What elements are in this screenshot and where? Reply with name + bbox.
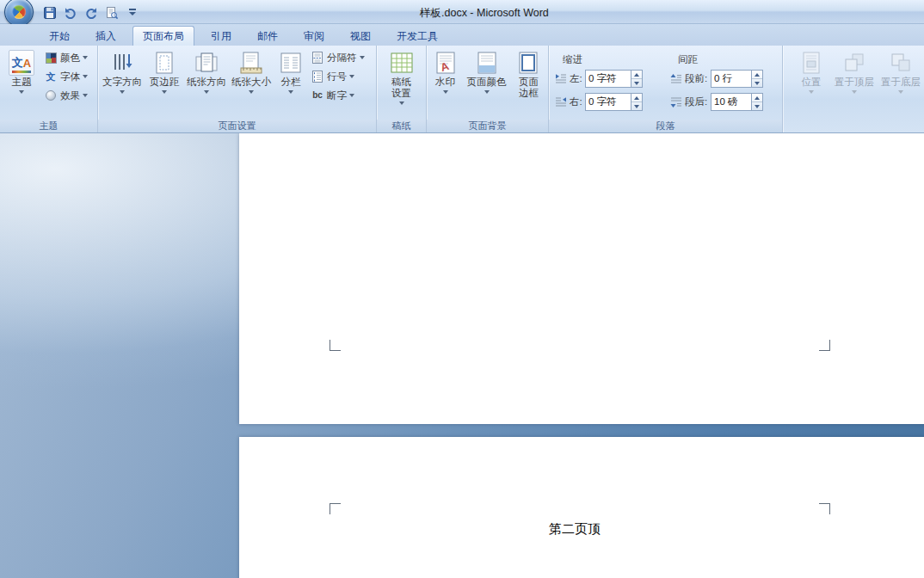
tab-mailings[interactable]: 邮件 [248,27,287,46]
spin-down-button[interactable] [752,102,762,110]
bring-to-front-icon [841,50,867,76]
page-color-button[interactable]: 页面颜色 [462,46,511,119]
page-1[interactable] [239,133,924,424]
tab-review[interactable]: 审阅 [294,27,334,46]
theme-colors-button[interactable]: 颜色 [41,48,93,67]
spin-up-button[interactable] [631,94,642,102]
themes-button[interactable]: 文A 主题 [2,46,41,119]
crop-mark-bottom-left [330,340,341,351]
theme-effects-button[interactable]: 效果 [41,86,93,105]
page-2[interactable]: 第二页顶 [239,437,924,578]
theme-fonts-button[interactable]: 文 字体 [41,67,93,86]
word-window: 样板.docx - Microsoft Word 开始 插入 页面布局 引用 邮… [0,0,924,578]
crop-mark-top-right [819,503,830,514]
spin-down-button[interactable] [631,102,642,110]
chevron-down-icon [443,90,448,94]
paper-size-button[interactable]: 纸张大小 [229,46,274,119]
bring-to-front-button: 置于顶层 [831,46,878,119]
grid-paper-settings-button[interactable]: 稿纸 设置 [379,46,424,119]
tab-page-layout[interactable]: 页面布局 [132,26,194,46]
chevron-down-icon [349,75,354,78]
undo-button[interactable] [62,4,78,21]
spacing-before-icon [669,72,683,86]
chevron-down-icon [288,90,293,94]
ribbon: 文A 主题 颜色 文 字体 [0,46,924,133]
chevron-down-icon [83,94,88,97]
chevron-down-icon [360,56,365,59]
spin-down-button[interactable] [752,79,762,87]
tab-insert[interactable]: 插入 [86,27,126,46]
tab-view[interactable]: 视图 [341,27,380,46]
tab-developer[interactable]: 开发工具 [387,27,447,46]
chevron-down-icon [162,90,167,94]
undo-icon [64,6,77,20]
line-numbers-button[interactable]: 行号 [308,67,373,86]
chevron-down-icon [809,90,814,94]
send-to-back-icon [888,50,914,76]
grid-paper-icon [389,50,415,76]
chevron-down-icon [19,90,24,94]
spacing-after-input[interactable] [711,93,752,111]
watermark-icon: A [433,50,459,76]
group-themes: 文A 主题 颜色 文 字体 [0,46,98,132]
spin-up-button[interactable] [752,71,762,79]
chevron-down-icon [249,90,254,94]
redo-button[interactable] [83,4,99,21]
spin-up-button[interactable] [752,94,762,102]
watermark-button[interactable]: A 水印 [428,46,462,119]
chevron-down-icon [399,101,404,105]
chevron-down-icon [852,90,857,94]
chevron-down-icon [898,90,903,94]
spacing-after-icon [669,95,683,109]
margins-button[interactable]: 页边距 [145,46,184,119]
chevron-down-icon [349,94,354,97]
page2-heading: 第二页顶 [330,521,820,538]
hyphenation-button[interactable]: bc 断字 [308,86,373,105]
orientation-button[interactable]: 纸张方向 [184,46,229,119]
columns-icon [278,50,304,76]
ribbon-tab-bar: 开始 插入 页面布局 引用 邮件 审阅 视图 开发工具 [0,24,924,46]
theme-colors-icon [44,51,58,65]
qat-customize-button[interactable] [124,4,140,21]
group-label-page-background: 页面背景 [427,120,548,132]
themes-icon: 文A [9,50,34,76]
save-button[interactable] [41,4,58,21]
indent-left-input[interactable] [585,70,631,88]
spin-down-button[interactable] [631,79,642,87]
text-direction-button[interactable]: 文字方向 [100,46,145,119]
breaks-button[interactable]: 分隔符 [308,48,373,67]
crop-mark-bottom-right [819,340,830,351]
chevron-down-icon [204,90,209,94]
page-borders-button[interactable]: 页面 边框 [511,46,546,119]
office-button[interactable] [4,0,34,27]
indent-right-spinner [631,93,643,111]
position-icon [798,50,824,76]
chevron-down-icon [129,9,136,16]
spin-up-button[interactable] [631,71,642,79]
page-borders-icon [515,50,541,76]
group-label-page-setup: 页面设置 [98,120,376,132]
hyphenation-icon: bc [311,89,324,102]
theme-fonts-icon: 文 [44,70,58,83]
indent-left-spinner [631,70,643,88]
crop-mark-top-left [330,503,341,514]
group-label-paragraph: 段落 [549,120,782,132]
text-direction-icon [109,50,135,76]
indent-right-input[interactable] [585,93,631,111]
save-icon [43,6,57,20]
position-button: 位置 [792,46,831,119]
orientation-icon [194,50,219,76]
theme-colorbar-icon [12,71,31,73]
spacing-before-input[interactable] [711,70,752,88]
tab-home[interactable]: 开始 [40,27,79,46]
theme-effects-icon [44,89,58,102]
send-to-back-button: 置于底层 [878,46,924,119]
tab-references[interactable]: 引用 [201,27,241,46]
print-preview-button[interactable] [103,4,120,21]
margins-icon [151,50,177,76]
columns-button[interactable]: 分栏 [274,46,308,119]
indent-left-label: 左: [568,72,585,85]
indent-left-icon [554,72,568,86]
chevron-down-icon [120,90,125,94]
group-label-themes: 主题 [0,120,97,132]
